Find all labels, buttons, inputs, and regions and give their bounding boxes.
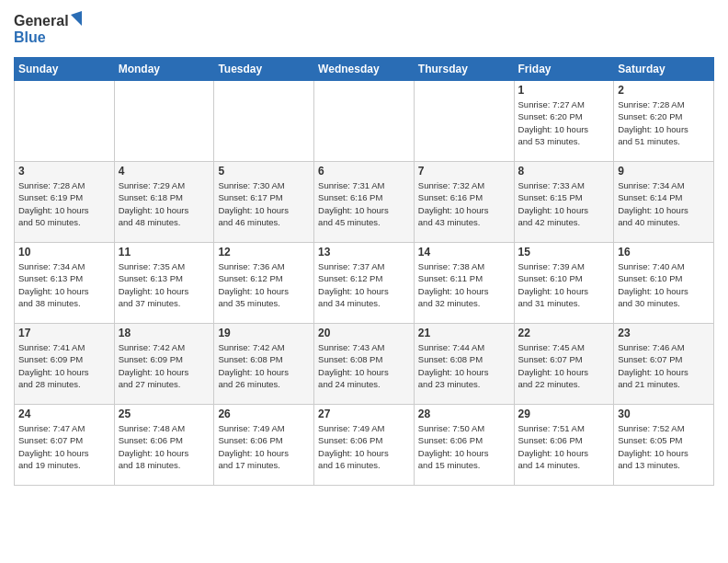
weekday-header-sunday: Sunday: [15, 58, 115, 81]
day-info: Sunrise: 7:33 AM Sunset: 6:15 PM Dayligh…: [518, 179, 610, 228]
day-number: 23: [618, 327, 710, 339]
calendar-day-cell: 13Sunrise: 7:37 AM Sunset: 6:12 PM Dayli…: [314, 243, 415, 324]
day-number: 27: [318, 408, 410, 420]
svg-text:General: General: [14, 13, 69, 29]
day-info: Sunrise: 7:40 AM Sunset: 6:10 PM Dayligh…: [618, 260, 710, 309]
day-info: Sunrise: 7:48 AM Sunset: 6:06 PM Dayligh…: [119, 422, 210, 471]
calendar-day-cell: 19Sunrise: 7:42 AM Sunset: 6:08 PM Dayli…: [214, 324, 314, 405]
svg-text:Blue: Blue: [14, 29, 46, 45]
weekday-header-saturday: Saturday: [614, 58, 714, 81]
weekday-header-wednesday: Wednesday: [314, 58, 415, 81]
day-number: 29: [518, 408, 610, 420]
day-number: 16: [618, 246, 710, 259]
day-info: Sunrise: 7:42 AM Sunset: 6:09 PM Dayligh…: [119, 341, 210, 390]
empty-cell: [414, 81, 514, 162]
day-info: Sunrise: 7:41 AM Sunset: 6:09 PM Dayligh…: [18, 341, 110, 390]
day-info: Sunrise: 7:43 AM Sunset: 6:08 PM Dayligh…: [318, 341, 410, 390]
day-info: Sunrise: 7:32 AM Sunset: 6:16 PM Dayligh…: [418, 179, 510, 228]
day-info: Sunrise: 7:37 AM Sunset: 6:12 PM Dayligh…: [318, 260, 410, 309]
day-number: 2: [618, 84, 710, 97]
day-number: 21: [418, 327, 510, 339]
day-number: 12: [218, 246, 310, 259]
calendar-day-cell: 10Sunrise: 7:34 AM Sunset: 6:13 PM Dayli…: [15, 243, 115, 324]
calendar-day-cell: 25Sunrise: 7:48 AM Sunset: 6:06 PM Dayli…: [114, 405, 214, 486]
empty-cell: [114, 81, 214, 162]
calendar-table: SundayMondayTuesdayWednesdayThursdayFrid…: [14, 57, 714, 486]
day-number: 22: [518, 327, 610, 339]
day-number: 9: [618, 165, 710, 178]
calendar-day-cell: 21Sunrise: 7:44 AM Sunset: 6:08 PM Dayli…: [414, 324, 514, 405]
day-number: 13: [318, 246, 410, 259]
logo-svg: GeneralBlue: [14, 9, 87, 50]
weekday-header-row: SundayMondayTuesdayWednesdayThursdayFrid…: [15, 58, 714, 81]
calendar-day-cell: 30Sunrise: 7:52 AM Sunset: 6:05 PM Dayli…: [614, 405, 714, 486]
calendar-week-row: 1Sunrise: 7:27 AM Sunset: 6:20 PM Daylig…: [15, 81, 714, 162]
calendar-day-cell: 18Sunrise: 7:42 AM Sunset: 6:09 PM Dayli…: [114, 324, 214, 405]
header: GeneralBlue: [14, 9, 714, 50]
day-number: 19: [218, 327, 310, 339]
day-info: Sunrise: 7:52 AM Sunset: 6:05 PM Dayligh…: [618, 422, 710, 471]
empty-cell: [15, 81, 115, 162]
calendar-week-row: 3Sunrise: 7:28 AM Sunset: 6:19 PM Daylig…: [15, 162, 714, 243]
day-number: 25: [119, 408, 210, 420]
calendar-week-row: 24Sunrise: 7:47 AM Sunset: 6:07 PM Dayli…: [15, 405, 714, 486]
svg-marker-2: [71, 11, 82, 26]
day-number: 8: [518, 165, 610, 178]
weekday-header-tuesday: Tuesday: [214, 58, 314, 81]
calendar-day-cell: 15Sunrise: 7:39 AM Sunset: 6:10 PM Dayli…: [514, 243, 614, 324]
day-number: 24: [18, 408, 110, 420]
day-info: Sunrise: 7:35 AM Sunset: 6:13 PM Dayligh…: [119, 260, 210, 309]
day-info: Sunrise: 7:36 AM Sunset: 6:12 PM Dayligh…: [218, 260, 310, 309]
calendar-day-cell: 14Sunrise: 7:38 AM Sunset: 6:11 PM Dayli…: [414, 243, 514, 324]
day-info: Sunrise: 7:47 AM Sunset: 6:07 PM Dayligh…: [18, 422, 110, 471]
day-info: Sunrise: 7:27 AM Sunset: 6:20 PM Dayligh…: [518, 98, 610, 147]
calendar-day-cell: 24Sunrise: 7:47 AM Sunset: 6:07 PM Dayli…: [15, 405, 115, 486]
day-info: Sunrise: 7:51 AM Sunset: 6:06 PM Dayligh…: [518, 422, 610, 471]
day-info: Sunrise: 7:30 AM Sunset: 6:17 PM Dayligh…: [218, 179, 310, 228]
weekday-header-friday: Friday: [514, 58, 614, 81]
day-number: 10: [18, 246, 110, 259]
day-info: Sunrise: 7:46 AM Sunset: 6:07 PM Dayligh…: [618, 341, 710, 390]
day-number: 28: [418, 408, 510, 420]
calendar-day-cell: 27Sunrise: 7:49 AM Sunset: 6:06 PM Dayli…: [314, 405, 415, 486]
calendar-day-cell: 12Sunrise: 7:36 AM Sunset: 6:12 PM Dayli…: [214, 243, 314, 324]
day-number: 5: [218, 165, 310, 178]
day-number: 14: [418, 246, 510, 259]
calendar-day-cell: 16Sunrise: 7:40 AM Sunset: 6:10 PM Dayli…: [614, 243, 714, 324]
empty-cell: [314, 81, 415, 162]
day-number: 18: [119, 327, 210, 339]
weekday-header-thursday: Thursday: [414, 58, 514, 81]
day-number: 3: [18, 165, 110, 178]
day-info: Sunrise: 7:50 AM Sunset: 6:06 PM Dayligh…: [418, 422, 510, 471]
calendar-day-cell: 8Sunrise: 7:33 AM Sunset: 6:15 PM Daylig…: [514, 162, 614, 243]
calendar-day-cell: 17Sunrise: 7:41 AM Sunset: 6:09 PM Dayli…: [15, 324, 115, 405]
main-container: GeneralBlue SundayMondayTuesdayWednesday…: [0, 0, 728, 495]
day-info: Sunrise: 7:42 AM Sunset: 6:08 PM Dayligh…: [218, 341, 310, 390]
calendar-day-cell: 5Sunrise: 7:30 AM Sunset: 6:17 PM Daylig…: [214, 162, 314, 243]
day-number: 1: [518, 84, 610, 97]
day-number: 17: [18, 327, 110, 339]
day-info: Sunrise: 7:49 AM Sunset: 6:06 PM Dayligh…: [218, 422, 310, 471]
day-info: Sunrise: 7:31 AM Sunset: 6:16 PM Dayligh…: [318, 179, 410, 228]
day-info: Sunrise: 7:28 AM Sunset: 6:19 PM Dayligh…: [18, 179, 110, 228]
day-number: 4: [119, 165, 210, 178]
day-number: 11: [119, 246, 210, 259]
day-info: Sunrise: 7:34 AM Sunset: 6:14 PM Dayligh…: [618, 179, 710, 228]
calendar-day-cell: 3Sunrise: 7:28 AM Sunset: 6:19 PM Daylig…: [15, 162, 115, 243]
calendar-day-cell: 28Sunrise: 7:50 AM Sunset: 6:06 PM Dayli…: [414, 405, 514, 486]
day-number: 26: [218, 408, 310, 420]
calendar-day-cell: 2Sunrise: 7:28 AM Sunset: 6:20 PM Daylig…: [614, 81, 714, 162]
day-number: 20: [318, 327, 410, 339]
logo: GeneralBlue: [14, 9, 87, 50]
day-number: 6: [318, 165, 410, 178]
day-info: Sunrise: 7:49 AM Sunset: 6:06 PM Dayligh…: [318, 422, 410, 471]
calendar-day-cell: 7Sunrise: 7:32 AM Sunset: 6:16 PM Daylig…: [414, 162, 514, 243]
day-info: Sunrise: 7:29 AM Sunset: 6:18 PM Dayligh…: [119, 179, 210, 228]
day-info: Sunrise: 7:45 AM Sunset: 6:07 PM Dayligh…: [518, 341, 610, 390]
day-info: Sunrise: 7:44 AM Sunset: 6:08 PM Dayligh…: [418, 341, 510, 390]
calendar-day-cell: 23Sunrise: 7:46 AM Sunset: 6:07 PM Dayli…: [614, 324, 714, 405]
calendar-day-cell: 1Sunrise: 7:27 AM Sunset: 6:20 PM Daylig…: [514, 81, 614, 162]
weekday-header-monday: Monday: [114, 58, 214, 81]
calendar-day-cell: 6Sunrise: 7:31 AM Sunset: 6:16 PM Daylig…: [314, 162, 415, 243]
day-number: 15: [518, 246, 610, 259]
